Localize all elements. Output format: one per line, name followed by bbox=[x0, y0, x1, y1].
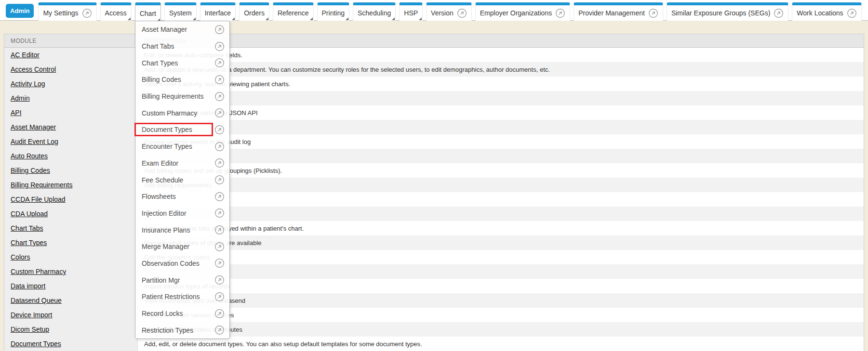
tab-printing[interactable]: Printing bbox=[317, 2, 349, 21]
chart-menu-item-billing-codes[interactable]: Billing Codes bbox=[135, 71, 229, 88]
chart-menu-item-chart-tabs[interactable]: Chart Tabs bbox=[135, 38, 229, 55]
open-in-new-window-icon[interactable] bbox=[214, 75, 225, 85]
chart-menu-item-observation-codes[interactable]: Observation Codes bbox=[135, 255, 229, 272]
open-in-new-window-icon[interactable] bbox=[214, 142, 225, 152]
open-in-new-window-icon[interactable] bbox=[214, 125, 225, 135]
module-link-activity-log[interactable]: Activity Log bbox=[11, 80, 45, 88]
chart-menu-item-flowsheets[interactable]: Flowsheets bbox=[135, 188, 229, 205]
tab-scheduling[interactable]: Scheduling bbox=[353, 2, 396, 21]
open-in-new-window-icon[interactable] bbox=[214, 242, 225, 252]
module-link-device-import[interactable]: Device Import bbox=[11, 311, 52, 319]
tab-hsp[interactable]: HSP bbox=[399, 2, 423, 21]
module-link-dicom-setup[interactable]: Dicom Setup bbox=[11, 325, 49, 333]
module-link-ac-editor[interactable]: AC Editor bbox=[11, 51, 40, 59]
module-link-api[interactable]: API bbox=[11, 109, 22, 117]
open-in-new-window-icon[interactable] bbox=[214, 175, 225, 185]
tab-access[interactable]: Access bbox=[100, 2, 132, 21]
open-in-new-window-icon[interactable] bbox=[214, 325, 225, 335]
open-in-new-window-icon[interactable] bbox=[214, 192, 225, 202]
chart-menu-item-partition-mgr[interactable]: Partition Mgr bbox=[135, 272, 229, 288]
chart-menu-item-encounter-types[interactable]: Encounter Types bbox=[135, 138, 229, 155]
menu-item-label: Exam Editor bbox=[142, 159, 178, 167]
open-in-new-window-icon[interactable] bbox=[847, 8, 857, 18]
tab-system[interactable]: System bbox=[164, 2, 197, 21]
chart-menu-item-insurance-plans[interactable]: Insurance Plans bbox=[135, 221, 229, 238]
open-in-new-window-icon[interactable] bbox=[214, 91, 225, 102]
module-link-ccda-file-upload[interactable]: CCDA File Upload bbox=[11, 195, 66, 203]
chart-menu-item-fee-schedule[interactable]: Fee Schedule bbox=[135, 171, 229, 188]
description-cell: View information sent over datasend bbox=[138, 293, 864, 308]
module-link-cda-upload[interactable]: CDA Upload bbox=[11, 210, 48, 218]
tab-reference[interactable]: Reference bbox=[273, 2, 314, 21]
module-link-chart-tabs[interactable]: Chart Tabs bbox=[11, 224, 43, 232]
description-cell: Documentation and setting for JSON API bbox=[138, 105, 864, 120]
module-link-audit-event-log[interactable]: Audit Event Log bbox=[11, 138, 58, 145]
open-in-new-window-icon[interactable] bbox=[82, 8, 92, 18]
chart-menu-item-restriction-types[interactable]: Restriction Types bbox=[135, 322, 229, 338]
module-link-colors[interactable]: Colors bbox=[11, 253, 30, 261]
module-cell: CCDA File Upload bbox=[4, 192, 138, 207]
tab-version[interactable]: Version bbox=[426, 2, 472, 21]
open-in-new-window-icon[interactable] bbox=[214, 309, 225, 319]
open-in-new-window-icon[interactable] bbox=[214, 292, 225, 302]
open-in-new-window-icon[interactable] bbox=[457, 8, 467, 18]
tab-similar-exposure-groups-segs[interactable]: Similar Exposure Groups (SEGs) bbox=[667, 2, 788, 21]
module-link-auto-routes[interactable]: Auto Routes bbox=[11, 152, 48, 160]
open-in-new-window-icon[interactable] bbox=[214, 258, 225, 268]
menu-item-label: Chart Tabs bbox=[142, 42, 174, 50]
module-link-datasend-queue[interactable]: Datasend Queue bbox=[11, 297, 62, 304]
chart-menu-item-exam-editor[interactable]: Exam Editor bbox=[135, 155, 229, 172]
chart-menu-item-record-locks[interactable]: Record Locks bbox=[135, 305, 229, 322]
chart-menu-item-merge-manager[interactable]: Merge Manager bbox=[135, 238, 229, 255]
open-in-new-window-icon[interactable] bbox=[555, 8, 565, 18]
description-cell bbox=[138, 149, 864, 163]
admin-button[interactable]: Admin bbox=[6, 4, 34, 18]
tab-employer-organizations[interactable]: Employer Organizations bbox=[475, 2, 570, 21]
module-link-custom-pharmacy[interactable]: Custom Pharmacy bbox=[11, 268, 66, 275]
tab-interface[interactable]: Interface bbox=[200, 2, 236, 21]
tab-orders[interactable]: Orders bbox=[239, 2, 269, 21]
chart-menu-item-custom-pharmacy[interactable]: Custom Pharmacy bbox=[135, 104, 229, 121]
chart-menu-item-injection-editor[interactable]: Injection Editor bbox=[135, 205, 229, 222]
open-in-new-window-icon[interactable] bbox=[214, 58, 225, 68]
module-cell: Chart Types bbox=[4, 235, 138, 250]
open-in-new-window-icon[interactable] bbox=[214, 41, 225, 52]
module-cell: Document Types bbox=[4, 337, 138, 351]
tab-label: Employer Organizations bbox=[480, 9, 552, 17]
chart-menu-item-billing-requirements[interactable]: Billing Requirements bbox=[135, 88, 229, 105]
open-in-new-window-icon[interactable] bbox=[214, 25, 225, 35]
chart-menu-item-chart-types[interactable]: Chart Types bbox=[135, 54, 229, 71]
table-row: Datasend Queue View information sent ove… bbox=[4, 293, 864, 308]
open-in-new-window-icon[interactable] bbox=[214, 158, 225, 168]
submenu-indicator-triangle bbox=[266, 17, 268, 20]
menu-item-label: Asset Manager bbox=[142, 26, 187, 33]
open-in-new-window-icon[interactable] bbox=[214, 108, 225, 118]
tab-chart[interactable]: Chart bbox=[135, 2, 161, 22]
open-in-new-window-icon[interactable] bbox=[214, 208, 225, 218]
open-in-new-window-icon[interactable] bbox=[648, 8, 658, 18]
module-link-access-control[interactable]: Access Control bbox=[11, 65, 56, 73]
tab-work-locations[interactable]: Work Locations bbox=[792, 2, 861, 21]
open-in-new-window-icon[interactable] bbox=[214, 225, 225, 235]
table-row: Billing Requirements Add billing require… bbox=[4, 178, 864, 192]
menu-item-label: Patient Restrictions bbox=[142, 293, 200, 300]
module-link-billing-requirements[interactable]: Billing Requirements bbox=[11, 181, 72, 189]
module-link-data-import[interactable]: Data import bbox=[11, 282, 45, 290]
module-link-chart-types[interactable]: Chart Types bbox=[11, 239, 47, 247]
tab-my-settings[interactable]: My Settings bbox=[38, 2, 96, 21]
chart-menu-item-patient-restrictions[interactable]: Patient Restrictions bbox=[135, 288, 229, 305]
open-in-new-window-icon[interactable] bbox=[214, 275, 225, 285]
open-in-new-window-icon[interactable] bbox=[774, 8, 784, 18]
chart-menu-item-document-types[interactable]: Document Types bbox=[135, 121, 229, 138]
submenu-indicator-triangle bbox=[128, 17, 131, 20]
description-cell: Manage DICOM entities and routes bbox=[138, 322, 864, 337]
module-link-document-types[interactable]: Document Types bbox=[11, 340, 61, 348]
menu-item-label: Injection Editor bbox=[142, 209, 187, 217]
module-cell: Activity Log bbox=[4, 77, 138, 91]
module-link-asset-manager[interactable]: Asset Manager bbox=[11, 123, 56, 131]
tab-provider-management[interactable]: Provider Management bbox=[574, 2, 663, 21]
chart-menu-item-asset-manager[interactable]: Asset Manager bbox=[135, 21, 229, 38]
submenu-indicator-triangle bbox=[346, 17, 348, 20]
module-link-admin[interactable]: Admin bbox=[11, 94, 30, 102]
module-link-billing-codes[interactable]: Billing Codes bbox=[11, 167, 50, 174]
